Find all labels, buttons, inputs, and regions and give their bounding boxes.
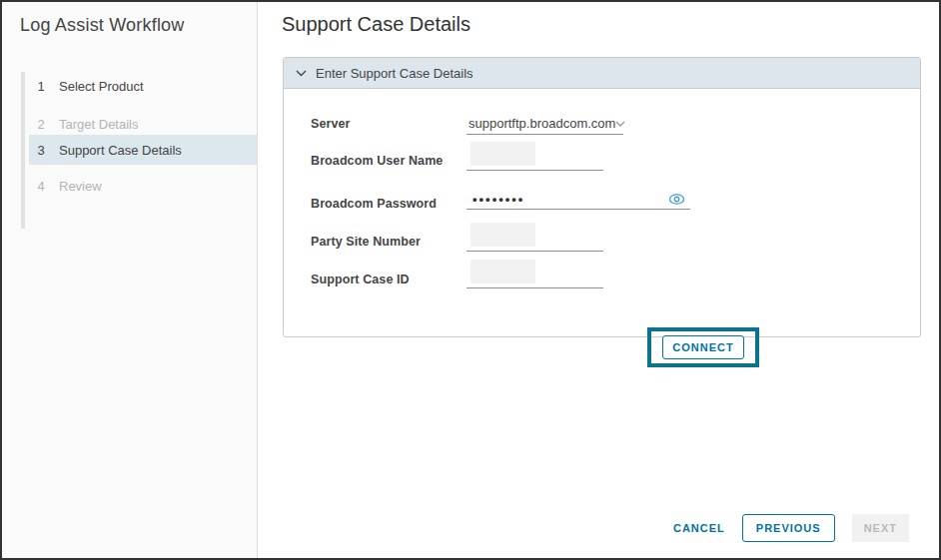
step-number: 4: [35, 179, 47, 194]
panel-header-label: Enter Support Case Details: [316, 66, 473, 81]
eye-icon[interactable]: [668, 193, 685, 206]
panel-body: Server supportftp.broadcom.com Broadcom …: [284, 89, 920, 337]
wizard-title: Log Assist Workflow: [20, 15, 185, 36]
page-title: Support Case Details: [282, 13, 470, 36]
sidebar-step-target-details: 2 Target Details: [29, 114, 257, 134]
broadcom-user-name-input[interactable]: [467, 143, 603, 171]
party-site-number-input[interactable]: [467, 224, 603, 252]
sidebar-step-select-product[interactable]: 1 Select Product: [29, 76, 257, 96]
select-chevron-icon: [615, 121, 625, 127]
main-content: Support Case Details Enter Support Case …: [259, 2, 939, 558]
broadcom-password-input[interactable]: ••••••••: [467, 188, 690, 210]
step-label: Select Product: [59, 79, 144, 94]
sidebar-step-review: 4 Review: [29, 176, 257, 196]
cancel-button[interactable]: CANCEL: [673, 522, 725, 534]
server-select-value: supportftp.broadcom.com: [467, 116, 615, 131]
connect-highlight-box: CONNECT: [647, 327, 759, 367]
support-case-details-panel: Enter Support Case Details Server suppor…: [283, 57, 921, 337]
step-number: 2: [35, 117, 47, 132]
redacted-value-box: [470, 142, 535, 166]
support-case-id-label: Support Case ID: [311, 273, 410, 286]
wizard-step-sidebar: Log Assist Workflow 1 Select Product 2 T…: [2, 2, 258, 558]
step-label: Target Details: [59, 117, 138, 132]
redacted-value-box: [470, 260, 535, 283]
step-label: Review: [59, 179, 102, 194]
step-label: Support Case Details: [59, 143, 182, 158]
chevron-down-icon: [296, 70, 307, 77]
panel-header-enter-support-case-details[interactable]: Enter Support Case Details: [284, 58, 920, 89]
step-number: 1: [35, 79, 47, 94]
log-assist-workflow-dialog: Log Assist Workflow 1 Select Product 2 T…: [0, 0, 941, 560]
party-site-number-label: Party Site Number: [311, 235, 421, 249]
redacted-value-box: [470, 223, 535, 247]
previous-button[interactable]: PREVIOUS: [742, 514, 835, 542]
step-track-line: [21, 72, 25, 229]
broadcom-password-label: Broadcom Password: [311, 197, 437, 211]
step-number: 3: [35, 143, 47, 158]
sidebar-step-support-case-details[interactable]: 3 Support Case Details: [29, 135, 257, 165]
server-select[interactable]: supportftp.broadcom.com: [467, 113, 623, 135]
broadcom-user-name-label: Broadcom User Name: [311, 154, 443, 168]
server-label: Server: [311, 117, 351, 131]
support-case-id-input[interactable]: [467, 262, 603, 288]
connect-button[interactable]: CONNECT: [662, 335, 743, 359]
next-button[interactable]: NEXT: [852, 514, 909, 542]
wizard-footer: CANCEL PREVIOUS NEXT: [673, 513, 909, 543]
password-masked-value: ••••••••: [472, 192, 524, 207]
